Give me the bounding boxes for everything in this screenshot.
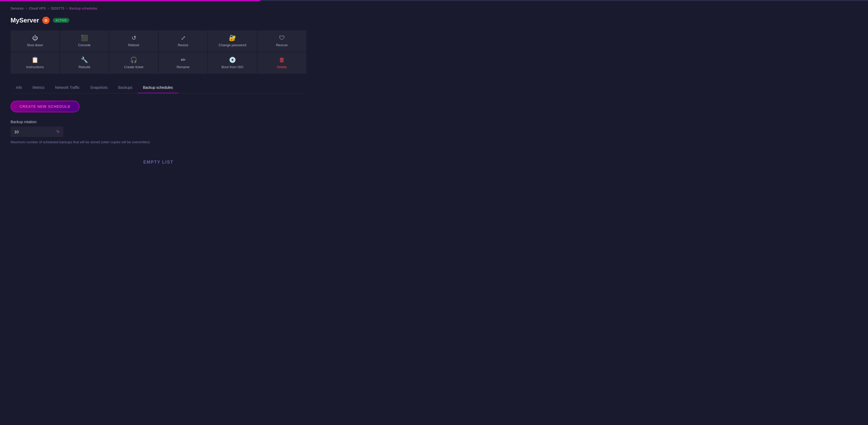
action-grid: ⏻ Shut down ⬛ Console ↺ Reboot ⤢ Resize … [10,30,306,74]
breadcrumb: Services > Cloud VPS > 5203773 > Backup … [10,6,306,10]
create-ticket-button[interactable]: 🎧 Create ticket [109,52,158,74]
tab-backup-schedules[interactable]: Backup schedules [137,82,178,93]
resize-button[interactable]: ⤢ Resize [159,30,208,52]
breadcrumb-sep1: > [25,6,27,10]
tab-backups[interactable]: Backups [113,82,138,93]
delete-icon: 🗑 [279,57,285,63]
rename-icon: ✏ [181,57,186,63]
reboot-icon: ↺ [131,35,136,41]
tab-metrics[interactable]: Metrics [27,82,50,93]
console-button[interactable]: ⬛ Console [60,30,109,52]
rebuild-button[interactable]: 🔧 Rebuild [60,52,109,74]
console-label: Console [78,43,91,47]
breadcrumb-sep3: > [66,6,68,10]
change-password-icon: 🔐 [229,35,236,41]
edit-rotation-icon[interactable]: ✎ [56,129,60,134]
rotation-input-wrap: 10 ✎ [10,126,63,137]
change-password-label: Change password [219,43,246,47]
resize-label: Resize [178,43,188,47]
rename-label: Rename [177,65,190,69]
shut-down-label: Shut down [27,43,43,47]
create-ticket-label: Create ticket [124,65,143,69]
tab-network-traffic[interactable]: Network Traffic [50,82,85,93]
rotation-value: 10 [14,130,54,134]
delete-label: Delete [277,65,287,69]
tabs-nav: Info Metrics Network Traffic Snapshots B… [10,82,306,93]
rescue-icon: 🛡 [279,35,285,41]
boot-from-iso-label: Boot from ISO [221,65,243,69]
ubuntu-icon: ⊙ [42,17,50,24]
console-icon: ⬛ [81,35,88,41]
boot-from-iso-button[interactable]: 💿 Boot from ISO [208,52,257,74]
server-header: MyServer ⊙ ACTIVE [10,17,306,24]
status-badge: ACTIVE [53,18,69,23]
shut-down-button[interactable]: ⏻ Shut down [10,30,59,52]
delete-button[interactable]: 🗑 Delete [257,52,306,74]
rebuild-icon: 🔧 [81,57,88,63]
rotation-description: Maximum number of scheduled backups that… [10,140,306,144]
rename-button[interactable]: ✏ Rename [159,52,208,74]
backup-rotation-label: Backup rotation: [10,120,306,124]
breadcrumb-current: Backup schedules [69,6,97,10]
server-name: MyServer [10,17,39,24]
tab-info[interactable]: Info [10,82,27,93]
rescue-button[interactable]: 🛡 Rescue [257,30,306,52]
rebuild-label: Rebuild [79,65,90,69]
breadcrumb-cloud-vps[interactable]: Cloud VPS [29,6,46,10]
content-area: CREATE NEW SCHEDULE Backup rotation: 10 … [10,101,306,165]
tab-snapshots[interactable]: Snapshots [85,82,113,93]
rescue-label: Rescue [276,43,287,47]
resize-icon: ⤢ [181,35,186,41]
boot-from-iso-icon: 💿 [229,57,236,63]
reboot-button[interactable]: ↺ Reboot [109,30,158,52]
shut-down-icon: ⏻ [32,35,38,41]
create-new-schedule-button[interactable]: CREATE NEW SCHEDULE [10,101,80,112]
instructions-label: Instructions [26,65,43,69]
instructions-button[interactable]: 📋 Instructions [10,52,59,74]
breadcrumb-server-id[interactable]: 5203773 [51,6,64,10]
breadcrumb-services[interactable]: Services [10,6,24,10]
reboot-label: Reboot [128,43,140,47]
change-password-button[interactable]: 🔐 Change password [208,30,257,52]
empty-list-label: EMPTY LIST [10,160,306,165]
instructions-icon: 📋 [31,57,38,63]
create-ticket-icon: 🎧 [130,57,137,63]
breadcrumb-sep2: > [47,6,50,10]
